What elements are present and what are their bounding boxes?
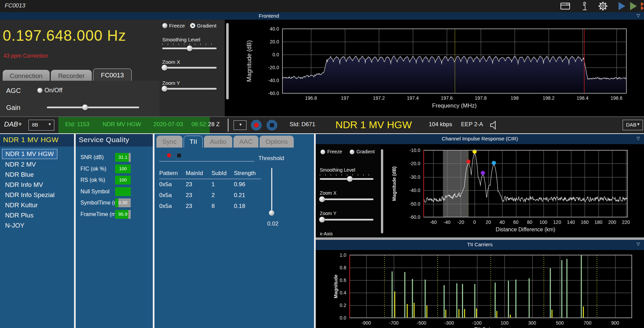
speaker-icon[interactable] (489, 120, 499, 132)
ppm-correction-label: 43 ppm Correction (3, 53, 48, 59)
service-id: SId: D671 (290, 121, 315, 128)
cir-smoothing-slider-handle[interactable] (347, 176, 353, 182)
gear-icon[interactable] (598, 1, 608, 12)
cell-mainid: 23 (186, 203, 211, 210)
smoothing-slider[interactable] (162, 47, 217, 49)
stop-button[interactable] (266, 120, 277, 131)
divider[interactable] (316, 237, 644, 240)
cir-zoom-y-label: Zoom Y (320, 211, 336, 216)
tii-stop-icon[interactable] (177, 153, 181, 158)
service-list-item[interactable]: NDR Blue (2, 170, 37, 179)
cir-zoom-y-slider[interactable] (320, 219, 373, 220)
gradient-radio[interactable]: × (190, 23, 195, 28)
chevron-down-icon: ▼ (637, 122, 640, 126)
preset-dropdown[interactable]: ▼ (234, 120, 246, 130)
cir-freeze-radio[interactable] (320, 150, 325, 154)
tab[interactable]: Connection (3, 70, 50, 82)
frontend-title: Frontend (259, 13, 279, 19)
protection-label: EEP 2-A (461, 121, 483, 128)
cir-zoom-x-slider-handle[interactable] (319, 196, 325, 202)
start-muted-button-icon[interactable] (630, 2, 637, 10)
cell-pattern: 0x5a (159, 203, 186, 210)
frontend-section: 0.197.648.000 Hz 43 ppm Correction Conne… (0, 20, 644, 116)
quality-value: 95.9 (115, 210, 131, 219)
threshold-slider[interactable] (271, 168, 272, 215)
collapse-tii-icon[interactable]: ▽ (637, 242, 640, 247)
threshold-value: 0.02 (267, 220, 278, 227)
zoom-y-slider[interactable] (162, 88, 217, 90)
zoom-x-slider-handle[interactable] (162, 65, 167, 71)
quality-value: 0.30 (115, 198, 131, 207)
smoothing-slider-handle[interactable] (187, 45, 192, 51)
gain-slider-handle[interactable] (82, 104, 88, 110)
cir-zoom-x-label: Zoom X (320, 190, 336, 196)
cir-scrollbar[interactable] (381, 149, 383, 233)
service-list-item[interactable]: NDR Plus (2, 211, 36, 220)
date-label: 2020-07-03 (153, 121, 183, 128)
frequency-display: 0.197.648.000 Hz (3, 27, 126, 44)
chevron-down-icon: ▼ (48, 122, 52, 126)
tab[interactable]: Recorder (51, 70, 92, 82)
cir-zoom-y-slider-handle[interactable] (319, 217, 325, 223)
service-list-item[interactable]: NDR Info Spezial (2, 190, 58, 200)
channel-value: 8B (32, 122, 38, 128)
service-list-header: NDR 1 MV HGW (0, 134, 74, 147)
quality-row: SymbolTime (ms) 0.30 (76, 197, 153, 209)
zoom-x-slider[interactable] (162, 67, 217, 69)
cir-smoothing-slider[interactable] (320, 178, 373, 180)
cir-freeze-label: Freeze (327, 149, 342, 154)
threshold-slider-handle[interactable] (269, 210, 274, 216)
quality-value: 31.1 (115, 153, 131, 162)
tii-record-icon[interactable] (167, 153, 171, 157)
exit-icon[interactable] (641, 2, 644, 12)
service-list-item[interactable]: N-JOY (2, 221, 27, 230)
freeze-radio[interactable] (162, 23, 167, 28)
output-select[interactable]: DAB ▼ (623, 120, 643, 130)
frontend-header: Frontend ▽ (0, 12, 644, 20)
cir-zoom-x-slider[interactable] (320, 198, 373, 200)
quality-row: Null Symbol (76, 186, 153, 198)
tii-table: Pattern MainId SubId Strength 0x5a 23 1 … (159, 168, 261, 212)
service-list-item[interactable]: NDR 2 MV (2, 160, 39, 169)
zoom-y-slider-handle[interactable] (162, 86, 167, 92)
selected-service-title: NDR 1 MV HGW (3, 136, 59, 144)
cir-smoothing-label: Smoothing Level (320, 167, 355, 173)
tab[interactable]: FC0013 (93, 69, 132, 82)
tab[interactable]: AAC (234, 136, 258, 148)
service-list-item[interactable]: NDR Info MV (2, 180, 46, 190)
cell-mainid: 23 (186, 192, 211, 199)
quality-row: FrameTime (ms) 95.9 (76, 209, 153, 220)
tii-carriers-header: TII Carriers ▽ (316, 240, 644, 250)
spectrum-window-icon[interactable] (560, 2, 570, 12)
cir-x-axis-label: x-Axis (320, 231, 333, 236)
tab[interactable]: Sync (157, 136, 182, 148)
frontend-scrollbar[interactable] (226, 23, 229, 99)
gradient-label: Gradient (197, 23, 217, 28)
collapse-frontend-icon[interactable]: ▽ (637, 13, 640, 18)
agc-radio[interactable] (37, 88, 42, 93)
collapse-cir-icon[interactable]: ▽ (637, 136, 640, 141)
gain-slider[interactable] (47, 107, 139, 108)
cell-strength: 0.18 (234, 203, 258, 210)
quality-row: FIC (ok %) 100 (76, 163, 153, 175)
cir-controls: Freeze Gradient Smoothing Level Zoom X Z… (316, 144, 380, 237)
service-list-item[interactable]: NDR 1 MV HGW (2, 149, 57, 159)
start-button-icon[interactable] (619, 2, 625, 10)
channel-select[interactable]: 8B ▼ (29, 120, 54, 131)
quality-bar (115, 187, 131, 196)
tab[interactable]: Options (260, 136, 293, 148)
info-icon[interactable] (582, 2, 587, 12)
service-list: NDR 1 MV HGWNDR 2 MVNDR BlueNDR Info MVN… (1, 148, 73, 231)
tab[interactable]: Audio (204, 136, 232, 148)
tab[interactable]: TII (184, 136, 203, 148)
service-list-item[interactable]: NDR Kultur (2, 200, 41, 210)
column-header: MainId (186, 170, 211, 177)
agc-option-label: On/Off (44, 87, 62, 94)
detail-tabs-panel: SyncTIIAudioAACOptions Threshold Pattern… (154, 134, 314, 328)
tii-table-body: 0x5a 23 1 0.96 0x5a 23 2 0.21 0x5a (159, 179, 261, 212)
cir-gradient-radio[interactable] (350, 150, 354, 154)
tii-table-header: Pattern MainId SubId Strength (159, 168, 261, 179)
quality-bar: 0.30 (115, 198, 131, 207)
application-window: FC0013 Frontend ▽ 0.197. (0, 0, 644, 328)
record-button[interactable] (251, 120, 262, 131)
